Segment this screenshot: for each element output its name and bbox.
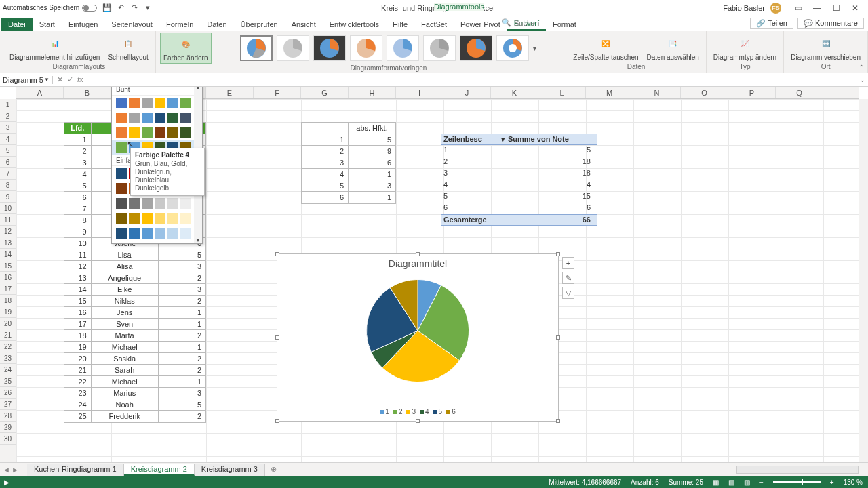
tab-ueberpruefen[interactable]: Überprüfen (234, 18, 285, 30)
tab-factset[interactable]: FactSet (414, 18, 454, 30)
pivot-table[interactable]: Zeilenbesc▾Summe von Note152183184451566… (441, 134, 597, 226)
autosave-toggle[interactable]: Automatisches Speichern (3, 4, 97, 12)
tab-formeln[interactable]: Formeln (159, 18, 200, 30)
tab-daten[interactable]: Daten (200, 18, 233, 30)
zoom-out-icon[interactable]: − (760, 479, 764, 486)
palette-row[interactable] (112, 125, 202, 140)
sheet-tab-bar: ◄► Kuchen-Ringdiagramm 1Kreisdiagramm 2K… (0, 462, 868, 476)
tab-powerpivot[interactable]: Power Pivot (454, 18, 507, 30)
tab-datei[interactable]: Datei (1, 18, 33, 30)
sheet-tab[interactable]: Kuchen-Ringdiagramm 1 (27, 464, 124, 476)
add-element-icon: 📊 (45, 34, 64, 53)
maximize-icon[interactable]: ☐ (830, 3, 842, 13)
save-icon[interactable]: 💾 (102, 3, 112, 13)
view-page-layout-icon[interactable]: ▤ (728, 479, 734, 486)
frequency-table[interactable]: abs. Hfkt.152936415361 (301, 122, 396, 204)
select-data-icon: 📑 (663, 34, 682, 53)
comments-button[interactable]: 💬 Kommentare (797, 18, 864, 29)
qat-customize-icon[interactable]: ▾ (143, 3, 153, 13)
sheet-nav-prev-icon[interactable]: ◄ (3, 466, 10, 474)
palette-section-bunt: Bunt (112, 87, 202, 96)
redo-icon[interactable]: ↷ (130, 3, 139, 13)
scroll-down-icon[interactable]: ▼ (194, 237, 202, 243)
select-data-button[interactable]: 📑Daten auswählen (644, 33, 702, 62)
minimize-icon[interactable]: — (811, 3, 823, 13)
contextual-tab-label: Diagrammtools (427, 0, 491, 14)
tell-me-search[interactable]: 🔍 Suchen (502, 18, 539, 27)
style-thumb-5[interactable] (387, 35, 419, 61)
enter-formula-icon[interactable]: ✓ (67, 75, 73, 84)
change-colors-button[interactable]: 🎨Farben ändern (160, 33, 212, 64)
toggle-off-icon[interactable] (82, 5, 97, 12)
ribbon-content: 📊Diagrammelement hinzufügen 📋Schnelllayo… (0, 31, 868, 73)
sheet-tab[interactable]: Kreisdiagramm 3 (195, 464, 265, 476)
tab-ansicht[interactable]: Ansicht (285, 18, 323, 30)
fx-icon[interactable]: fx (77, 75, 83, 84)
quick-layout-icon: 📋 (119, 34, 138, 53)
palette-row[interactable] (112, 211, 202, 226)
palette-row[interactable] (112, 196, 202, 211)
search-icon: 🔍 (502, 18, 511, 27)
horizontal-scrollbar[interactable] (736, 466, 859, 474)
share-button[interactable]: 🔗 Teilen (750, 18, 793, 29)
vertical-scrollbar[interactable] (859, 99, 868, 465)
tooltip-body: Grün, Blau, Gold, Dunkelgrün, Dunkelblau… (135, 160, 200, 192)
tab-einfuegen[interactable]: Einfügen (62, 18, 104, 30)
ribbon-display-icon[interactable]: ▭ (792, 3, 804, 13)
chart-elements-button[interactable]: + (562, 257, 574, 269)
palette-row[interactable] (112, 226, 202, 241)
close-icon[interactable]: ✕ (849, 3, 861, 13)
style-thumb-6[interactable] (423, 35, 456, 61)
palette-icon: 🎨 (176, 35, 195, 54)
tab-start[interactable]: Start (33, 18, 62, 30)
style-thumb-2[interactable] (277, 35, 309, 61)
chart-legend[interactable]: 123456 (277, 405, 558, 418)
record-macro-icon[interactable]: ▶ (4, 479, 9, 486)
zoom-slider[interactable] (773, 481, 821, 483)
quick-layout-button[interactable]: 📋Schnelllayout (105, 33, 151, 62)
switch-row-col-button[interactable]: 🔀Zeile/Spalte tauschen (570, 33, 641, 62)
style-thumb-8[interactable] (496, 35, 529, 61)
palette-row[interactable] (112, 96, 202, 110)
chart-filters-button[interactable]: ▽ (562, 287, 574, 299)
chart-style-gallery[interactable]: ▾ (233, 33, 543, 64)
group-label-location: Ort (821, 62, 831, 71)
worksheet-grid[interactable]: ABCDEFGHIJKLMNOPQ 1234567891011121314151… (0, 87, 868, 465)
style-thumb-4[interactable] (350, 35, 382, 61)
undo-icon[interactable]: ↶ (116, 3, 125, 13)
sheet-nav-next-icon[interactable]: ► (12, 466, 19, 474)
move-chart-button[interactable]: ↔️Diagramm verschieben (788, 33, 863, 62)
sheet-tab[interactable]: Kreisdiagramm 2 (124, 464, 195, 476)
tab-seitenlayout[interactable]: Seitenlayout (104, 18, 159, 30)
chevron-down-icon[interactable]: ▼ (44, 77, 50, 83)
scroll-up-icon[interactable]: ▲ (194, 87, 202, 91)
tab-format[interactable]: Format (546, 18, 583, 30)
tab-entwicklertools[interactable]: Entwicklertools (323, 18, 386, 30)
collapse-ribbon-icon[interactable]: ⌃ (859, 64, 864, 71)
name-box[interactable]: Diagramm 5▼ (0, 76, 53, 84)
style-thumb-1[interactable] (240, 35, 273, 61)
style-thumb-3[interactable] (313, 35, 346, 61)
new-sheet-button[interactable]: ⊕ (265, 464, 282, 475)
add-chart-element-button[interactable]: 📊Diagrammelement hinzufügen (7, 33, 102, 62)
pie-chart[interactable]: Diagrammtitel 123456 + ✎ ▽ (277, 253, 559, 422)
cancel-formula-icon[interactable]: ✕ (57, 75, 63, 84)
style-thumb-7[interactable] (460, 35, 492, 61)
zoom-in-icon[interactable]: + (830, 479, 834, 486)
expand-formula-bar-icon[interactable]: ⌄ (860, 77, 865, 83)
view-normal-icon[interactable]: ▦ (713, 479, 719, 486)
search-placeholder: Suchen (514, 19, 539, 27)
chart-styles-button[interactable]: ✎ (562, 272, 574, 284)
view-page-break-icon[interactable]: ▥ (744, 479, 750, 486)
pie-chart-plot[interactable] (350, 273, 486, 388)
change-chart-type-button[interactable]: 📈Diagrammtyp ändern (711, 33, 779, 62)
user-name[interactable]: Fabio Basler (723, 4, 765, 12)
row-headers[interactable]: 1234567891011121314151617181920212223242… (0, 99, 16, 465)
user-avatar[interactable]: FB (770, 3, 781, 14)
palette-row[interactable] (112, 110, 202, 125)
zoom-level[interactable]: 130 % (844, 479, 863, 486)
gallery-more-icon[interactable]: ▾ (533, 45, 536, 52)
tab-hilfe[interactable]: Hilfe (386, 18, 414, 30)
formula-input[interactable] (87, 76, 868, 84)
chart-title[interactable]: Diagrammtitel (277, 254, 558, 273)
